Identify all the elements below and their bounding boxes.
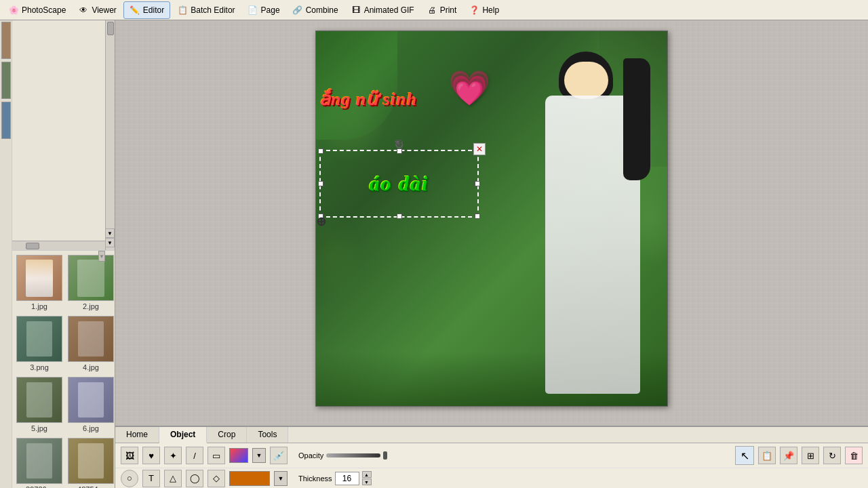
ellipse-tool-button[interactable]: ○ xyxy=(121,470,138,487)
thumbnail-panel: ▼ ▼ ▼ 1.jpg xyxy=(12,20,115,488)
pen-tool-button[interactable]: / xyxy=(186,447,203,464)
tab-tools[interactable]: Tools xyxy=(247,427,288,443)
text-tool-button[interactable]: T xyxy=(142,470,160,487)
fill-color-picker[interactable] xyxy=(229,471,270,486)
thumbnail-row: 3.png 4.jpg xyxy=(15,314,112,373)
thickness-input[interactable] xyxy=(335,472,359,485)
bottom-toolbar: Home Object Crop Tools 🖼 ♥ ✦ / ▭ ▼ xyxy=(115,426,868,488)
thumbnail-8[interactable]: 48754... xyxy=(66,436,115,488)
viewer-icon: 👁 xyxy=(78,5,89,16)
toolbar-tab-bar: Home Object Crop Tools xyxy=(115,427,868,443)
menu-phototoscape[interactable]: 🌸 PhotoScape xyxy=(3,1,71,19)
thumbnail-6[interactable]: 6.jpg xyxy=(66,375,115,434)
menu-page[interactable]: 📄 Page xyxy=(242,1,285,19)
batch-editor-icon: 📋 xyxy=(177,5,188,16)
thickness-up-btn[interactable]: ▲ xyxy=(362,471,372,478)
resize-handle-mr[interactable] xyxy=(475,181,480,186)
edge-thumbnail[interactable] xyxy=(1,22,11,59)
woman-hair-long xyxy=(623,58,650,180)
menu-combine[interactable]: 🔗 Combine xyxy=(287,1,344,19)
scroll-down-btn[interactable]: ▼ xyxy=(105,228,115,238)
rotate-tool-button[interactable]: ↻ xyxy=(823,447,841,464)
menu-help[interactable]: ❓ Help xyxy=(463,1,505,19)
thumbnail-4[interactable]: 4.jpg xyxy=(66,314,115,373)
toolbar-content: 🖼 ♥ ✦ / ▭ ▼ 💉 Opacity xyxy=(115,443,868,468)
circle-tool-button[interactable]: ◯ xyxy=(186,470,203,487)
polygon-tool-button[interactable]: △ xyxy=(164,470,182,487)
thickness-section: Thickness ▲ ▼ xyxy=(298,471,372,485)
combine-icon: 🔗 xyxy=(292,5,303,16)
thickness-down-btn[interactable]: ▼ xyxy=(362,479,372,485)
color-picker[interactable] xyxy=(229,448,248,463)
thickness-stepper[interactable]: ▲ ▼ xyxy=(362,471,372,485)
close-selection-button[interactable]: ✕ xyxy=(473,143,486,155)
menu-print[interactable]: 🖨 Print xyxy=(421,1,462,19)
resize-handle-tl[interactable] xyxy=(318,148,323,154)
woman-face xyxy=(564,62,608,99)
page-icon: 📄 xyxy=(248,5,258,16)
resize-handle-bc[interactable] xyxy=(397,214,402,219)
scroll-area-top: ▼ ▼ xyxy=(12,20,115,251)
opacity-slider[interactable] xyxy=(326,453,380,458)
opacity-slider-thumb[interactable] xyxy=(383,451,387,460)
opacity-label: Opacity xyxy=(298,451,323,460)
thumbnail-row: 39736... 48754... xyxy=(15,436,112,488)
menu-viewer[interactable]: 👁 Viewer xyxy=(73,1,121,19)
tab-home[interactable]: Home xyxy=(115,427,159,443)
thickness-label: Thickness xyxy=(298,474,332,483)
edge-thumbnail[interactable] xyxy=(1,62,11,99)
thumbnail-row: 5.jpg 6.jpg xyxy=(15,375,112,434)
toolbar-row2: ○ T △ ◯ ◇ ▼ Thickness ▲ ▼ xyxy=(115,468,868,488)
help-icon: ❓ xyxy=(469,5,479,16)
main-layout: ▼ ▼ ▼ 1.jpg xyxy=(0,20,868,488)
resize-handle-ml[interactable] xyxy=(318,181,323,186)
thumbnail-row: 1.jpg 2.jpg xyxy=(15,253,112,312)
print-icon: 🖨 xyxy=(427,5,437,16)
edge-thumbnail[interactable] xyxy=(1,102,11,139)
tab-object[interactable]: Object xyxy=(159,427,207,443)
copy-tool-button[interactable]: 📋 xyxy=(758,447,776,464)
transform-tool-button[interactable]: ⊞ xyxy=(802,447,819,464)
opacity-section: Opacity xyxy=(298,451,387,460)
delete-tool-button[interactable]: 🗑 xyxy=(845,447,863,464)
arrow-tool-button[interactable]: ↖ xyxy=(735,446,754,465)
select-tool-button[interactable]: ✦ xyxy=(164,447,182,464)
selected-text-content: áo dài xyxy=(370,172,429,195)
rectangle-tool-button[interactable]: ▭ xyxy=(208,447,225,464)
panel-resize-handle[interactable]: ▼ xyxy=(98,251,105,262)
thumbnail-2[interactable]: 2.jpg xyxy=(66,253,115,312)
diamond-tool-button[interactable]: ◇ xyxy=(208,470,225,487)
vertical-scrollbar[interactable]: ▼ ▼ xyxy=(105,20,115,250)
phototoscape-icon: 🌸 xyxy=(8,5,19,16)
woman-figure xyxy=(532,52,654,397)
menu-batch-editor[interactable]: 📋 Batch Editor xyxy=(172,1,240,19)
main-image: 💗 ắng nữ sinh ↻ xyxy=(315,30,668,407)
heart-decoration: 💗 xyxy=(448,68,490,108)
canvas-area[interactable]: 💗 ắng nữ sinh ↻ xyxy=(115,20,868,488)
selected-text-box[interactable]: ↻ ✕ ⊕ áo dài xyxy=(319,150,479,218)
thumbnail-5[interactable]: 5.jpg xyxy=(15,375,64,434)
animated-gif-icon: 🎞 xyxy=(351,5,361,16)
thumbnail-grid: 1.jpg 2.jpg 3.png xyxy=(12,251,115,488)
fill-color-dropdown[interactable]: ▼ xyxy=(274,471,288,486)
editor-icon: ✏️ xyxy=(130,5,140,16)
move-handle[interactable]: ⊕ xyxy=(395,136,403,149)
scroll-thumb-top[interactable] xyxy=(107,22,114,35)
scroll-down-btn2[interactable]: ▼ xyxy=(105,238,115,247)
menu-animated-gif[interactable]: 🎞 Animated GIF xyxy=(345,1,420,19)
eyedropper-tool-button[interactable]: 💉 xyxy=(270,447,288,464)
menu-editor[interactable]: ✏️ Editor xyxy=(123,1,170,19)
horizontal-scrollbar[interactable] xyxy=(12,241,105,250)
thumbnail-3[interactable]: 3.png xyxy=(15,314,64,373)
resize-handle-tc[interactable] xyxy=(397,148,402,154)
image-tool-button[interactable]: 🖼 xyxy=(121,447,138,464)
text-overlay-top: ắng nữ sinh xyxy=(319,89,417,110)
scroll-thumb-h[interactable] xyxy=(26,243,39,249)
thumbnail-7[interactable]: 39736... xyxy=(15,436,64,488)
tab-crop[interactable]: Crop xyxy=(207,427,247,443)
paste-tool-button[interactable]: 📌 xyxy=(780,447,797,464)
favorite-tool-button[interactable]: ♥ xyxy=(142,447,160,464)
thumbnail-1[interactable]: 1.jpg xyxy=(15,253,64,312)
resize-handle-br[interactable] xyxy=(475,214,480,219)
color-dropdown-button[interactable]: ▼ xyxy=(252,448,266,463)
